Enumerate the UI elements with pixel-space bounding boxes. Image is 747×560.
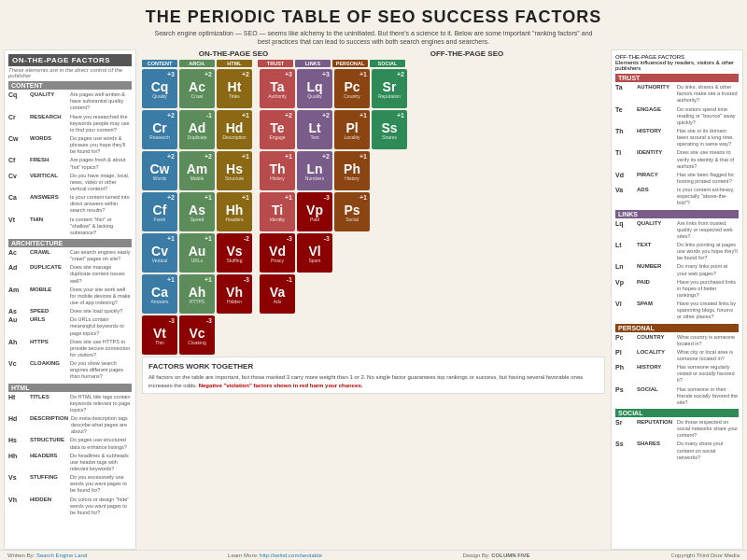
footer-sel-link[interactable]: Search Engine Land [36, 553, 87, 558]
element-lq: +3 Lq Quality [297, 69, 332, 108]
pt-row-3: +2 Cw Words +2 Am Mobile +1 Hs Structure [142, 151, 605, 190]
left-section-html: HTML [8, 384, 132, 392]
right-section-social: SOCIAL [615, 409, 739, 417]
right-panel-subtitle: Elements influenced by readers, visitors… [615, 60, 739, 71]
element-ps: +1 Ps Social [334, 192, 370, 231]
list-item: Hd DESCRIPTION Do meta description tags … [8, 415, 132, 435]
footer: Written By: Search Engine Land Learn Mor… [0, 550, 747, 560]
list-item: Te ENGAGE Do visitors spend time reading… [615, 106, 739, 126]
element-hh: +1 Hh Headers [217, 192, 252, 231]
col-label-trust: TRUST [258, 60, 293, 67]
pt-row-7: -3 Vt Thin -3 Vc Cloaking [142, 315, 605, 355]
list-item: Cf FRESH Are pages fresh & about "hot" t… [8, 157, 132, 170]
element-te: +2 Te Engage [260, 110, 295, 149]
list-item: Ad DUPLICATE Does site manage duplicate … [8, 264, 132, 284]
element-vd: -3 Vd Piracy [260, 233, 295, 273]
element-ca: +1 Ca Answers [142, 274, 177, 314]
right-section-trust: TRUST [615, 74, 739, 82]
element-cr: +2 Cr Research [142, 110, 177, 149]
element-vt: -3 Vt Thin [142, 315, 177, 355]
element-ti: +1 Ti Identity [260, 192, 295, 231]
element-as: +1 As Speed [179, 192, 215, 231]
list-item: Ln NUMBER Do many links point at your we… [615, 263, 739, 276]
list-item: Cw WORDS Do pages use words & phrases yo… [8, 135, 132, 155]
footer-learn: Learn More: http://selnd.com/seotable [228, 553, 322, 558]
col-label-content: CONTENT [142, 60, 177, 67]
element-ac: +2 Ac Crawl [179, 69, 215, 108]
element-ah: +1 Ah HTTPS [179, 274, 215, 314]
element-ln: +2 Ln Numbers [297, 151, 332, 190]
left-section-content: CONTENT [8, 81, 132, 90]
list-item: Va ADS Is your content ad-heavy, especia… [615, 187, 739, 206]
element-th: +1 Th History [260, 151, 295, 190]
col-label-architecture: ARCH. [179, 60, 215, 67]
list-item: Vd PIRACY Has site been flagged for host… [615, 172, 739, 185]
footer-url-link[interactable]: http://selnd.com/seotable [260, 553, 322, 558]
right-panel: OFF-THE-PAGE FACTORS Elements influenced… [611, 49, 743, 550]
header: THE PERIODIC TABLE OF SEO SUCCESS FACTOR… [0, 0, 747, 49]
list-item: Vp PAID Have you purchased links in hope… [615, 279, 739, 299]
main-container: THE PERIODIC TABLE OF SEO SUCCESS FACTOR… [0, 0, 747, 560]
list-item: Hs STRUCTURE Do pages use structured dat… [8, 437, 132, 450]
list-item: Cq QUALITY Are pages well written & have… [8, 91, 132, 111]
right-section-links: LINKS [615, 210, 739, 218]
element-vs: -2 Vs Stuffing [217, 233, 252, 273]
element-ht: +2 Ht Titles [217, 69, 252, 108]
element-am: +2 Am Mobile [179, 151, 215, 190]
list-item: Ph HISTORY Has someone regularly visited… [615, 364, 739, 384]
element-lt: +2 Lt Text [297, 110, 332, 149]
middle-panel: ON-THE-PAGE SEO OFF-THE-PAGE SEO CONTENT… [140, 49, 607, 550]
list-item: Cv VERTICAL Do you have image, local, ne… [8, 173, 132, 192]
list-item: Au URLS Do URLs contain meaningful keywo… [8, 316, 132, 336]
pt-row-1: +3 Cq Quality +2 Ac Crawl +2 Ht Titles [142, 69, 605, 108]
left-panel-title: ON-THE-PAGE FACTORS [8, 54, 132, 66]
pt-row-5: +1 Cv Vertical +1 Au URLs -2 Vs Stuffing [142, 233, 605, 273]
element-cv: +1 Cv Vertical [142, 233, 177, 273]
left-panel-subtitle: These elements are in the direct control… [8, 67, 132, 78]
element-cq: +3 Cq Quality [142, 69, 177, 108]
list-item: Pl LOCALITY What city or local area is s… [615, 349, 739, 362]
element-vp: -3 Vp Paid [297, 192, 332, 231]
element-hs: +1 Hs Structure [217, 151, 252, 190]
list-item: Ht TITLES Do HTML title tags contain key… [8, 394, 132, 413]
element-vc: -3 Vc Cloaking [179, 315, 215, 355]
right-section-personal: PERSONAL [615, 324, 739, 332]
element-pc: +1 Pc Country [334, 69, 370, 108]
header-subtitle: Search engine optimization — SEO — seems… [149, 29, 598, 46]
factors-title: FACTORS WORK TOGETHER [148, 361, 599, 371]
element-pl: +1 Pl Locality [334, 110, 370, 149]
list-item: Th HISTORY Has site or its domain been a… [615, 128, 739, 147]
list-item: Vs STUFFING Do you excessively use words… [8, 474, 132, 494]
on-page-label: ON-THE-PAGE SEO [142, 49, 325, 58]
col-label-html: HTML [217, 60, 252, 67]
list-item: Ps SOCIAL Has someone or their friends s… [615, 386, 739, 406]
factors-negative: Negative "violation" factors shown in re… [199, 383, 363, 388]
footer-design: Design By: COLUMN FIVE [463, 553, 530, 558]
element-sr: +2 Sr Reputation [372, 69, 407, 108]
off-page-label: OFF-THE-PAGE SEO [329, 49, 605, 58]
list-item: Lt TEXT Do links pointing at pages use w… [615, 242, 739, 261]
page-title: THE PERIODIC TABLE OF SEO SUCCESS FACTOR… [0, 7, 747, 27]
list-item: Vh HIDDEN Do colors or design "hide" wor… [8, 497, 132, 516]
list-item: Am MOBILE Does your site work well for m… [8, 287, 132, 306]
list-item: Vt THIN Is content "thin" or "shallow" &… [8, 217, 132, 236]
list-item: Hh HEADERS Do headlines & subheads use h… [8, 453, 132, 472]
footer-copyright: Copyright Third Door Media [670, 553, 740, 558]
list-item: Vl SPAM Have you created links by spammi… [615, 301, 739, 320]
element-cf: +2 Cf Fresh [142, 192, 177, 231]
pt-row-4: +2 Cf Fresh +1 As Speed +1 Hh Headers [142, 192, 605, 231]
element-ph: +1 Ph History [334, 151, 370, 190]
col-label-links: LINKS [295, 60, 331, 67]
list-item: Ac CRAWL Can search engines easily "craw… [8, 249, 132, 262]
list-item: Ss SHARES Do many share your content on … [615, 441, 739, 460]
element-ad: -1 Ad Duplicate [179, 110, 215, 149]
element-ta: +3 Ta Authority [260, 69, 295, 108]
list-item: Ca ANSWERS Is your content turned into d… [8, 194, 132, 214]
pt-row-6: +1 Ca Answers +1 Ah HTTPS -3 Vh Hidden [142, 274, 605, 314]
element-ss: +1 Ss Shares [372, 110, 407, 149]
list-item: As SPEED Does site load quickly? [8, 308, 132, 315]
element-vh: -3 Vh Hidden [217, 274, 252, 314]
content-area: ON-THE-PAGE FACTORS These elements are i… [0, 49, 747, 550]
factors-text: All factors on the table are important, … [148, 373, 599, 389]
list-item: Ah HTTPS Does site use HTTPS to provide … [8, 339, 132, 358]
